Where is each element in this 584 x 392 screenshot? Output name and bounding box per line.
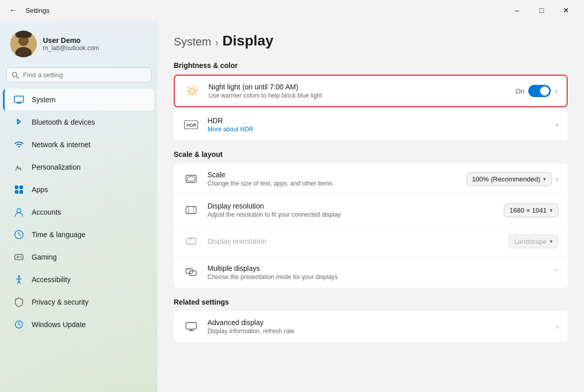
svg-point-19	[20, 256, 21, 257]
hdr-card: HDR HDR More about HDR ›	[174, 109, 568, 140]
orientation-value: Landscape	[514, 238, 547, 245]
brightness-section-title: Brightness & color	[174, 61, 568, 70]
svg-line-32	[188, 87, 189, 88]
resolution-right: 1680 × 1041 ▾	[504, 203, 558, 217]
hdr-right: ›	[556, 121, 558, 129]
bluetooth-icon	[13, 117, 25, 128]
scale-text: Scale Change the size of text, apps, and…	[207, 171, 458, 187]
hdr-text: HDR More about HDR	[207, 117, 548, 133]
multiple-displays-title: Multiple displays	[207, 264, 547, 272]
title-bar: ← Settings – □ ✕	[0, 0, 584, 20]
sidebar-label-time: Time & language	[32, 230, 85, 239]
night-light-title: Night light (on until 7:00 AM)	[208, 83, 507, 91]
maximize-button[interactable]: □	[530, 2, 553, 18]
night-light-text: Night light (on until 7:00 AM) Use warme…	[208, 83, 507, 99]
sidebar-label-privacy: Privacy & security	[32, 298, 88, 306]
close-button[interactable]: ✕	[554, 2, 578, 18]
orientation-right: Landscape ▾	[508, 235, 558, 248]
update-icon	[13, 319, 25, 330]
night-light-row[interactable]: Night light (on until 7:00 AM) Use warme…	[175, 76, 567, 106]
sidebar-item-update[interactable]: Windows Update	[3, 314, 154, 335]
resolution-subtitle: Adjust the resolution to fit your connec…	[207, 211, 496, 218]
orientation-row[interactable]: Display orientation Landscape ▾	[174, 226, 568, 257]
sidebar-item-accounts[interactable]: Accounts	[3, 201, 154, 223]
sidebar-label-accounts: Accounts	[32, 208, 61, 216]
sidebar-label-accessibility: Accessibility	[32, 275, 71, 284]
resolution-dropdown-caret: ▾	[550, 207, 553, 214]
sidebar-label-network: Network & internet	[32, 141, 90, 149]
system-icon	[13, 94, 25, 105]
resolution-row[interactable]: Display resolution Adjust the resolution…	[174, 195, 568, 226]
page-header: System › Display	[174, 33, 568, 49]
night-light-subtitle: Use warmer colors to help block blue lig…	[208, 92, 507, 99]
svg-point-27	[190, 88, 195, 94]
resolution-dropdown[interactable]: 1680 × 1041 ▾	[504, 203, 558, 217]
minimize-button[interactable]: –	[505, 2, 529, 18]
multiple-displays-subtitle: Choose the presentation mode for your di…	[207, 273, 547, 281]
svg-rect-12	[15, 190, 18, 194]
svg-line-25	[19, 281, 20, 284]
sidebar-item-bluetooth[interactable]: Bluetooth & devices	[3, 111, 154, 133]
scale-chevron: ›	[556, 175, 558, 183]
sidebar-label-apps: Apps	[32, 186, 48, 194]
scale-subtitle: Change the size of text, apps, and other…	[207, 180, 458, 187]
svg-point-20	[21, 257, 22, 258]
page-title: Display	[222, 33, 273, 49]
window-controls: – □ ✕	[505, 2, 578, 18]
main-content: System › Display Brightness & color	[157, 20, 584, 392]
night-light-status: On	[516, 87, 524, 95]
multiple-displays-chevron: ˅	[555, 268, 558, 276]
resolution-icon	[183, 202, 199, 218]
sidebar-item-privacy[interactable]: Privacy & security	[3, 291, 154, 313]
hdr-chevron: ›	[556, 121, 558, 129]
advanced-display-row[interactable]: Advanced display Display information, re…	[174, 311, 568, 342]
user-section: User Demo m_lab@outlook.com	[0, 20, 157, 65]
advanced-display-right: ›	[556, 322, 558, 331]
search-icon	[12, 72, 19, 79]
night-light-chevron: ›	[555, 87, 557, 95]
multiple-displays-row[interactable]: Multiple displays Choose the presentatio…	[174, 257, 568, 288]
sidebar-item-time[interactable]: Time & language	[3, 224, 154, 245]
hdr-link[interactable]: More about HDR	[207, 126, 253, 133]
sidebar-item-system[interactable]: System	[3, 89, 154, 110]
svg-text:HDR: HDR	[186, 123, 197, 128]
scale-row[interactable]: Scale Change the size of text, apps, and…	[174, 164, 568, 195]
scale-dropdown-caret: ▾	[543, 176, 546, 182]
advanced-display-title: Advanced display	[207, 318, 548, 327]
svg-rect-46	[186, 322, 196, 329]
sidebar-item-accessibility[interactable]: Accessibility	[3, 269, 154, 290]
search-box[interactable]	[6, 67, 151, 82]
network-icon	[13, 139, 25, 150]
svg-point-21	[18, 275, 20, 278]
breadcrumb-chevron: ›	[215, 37, 218, 48]
svg-point-9	[18, 146, 20, 148]
sidebar-item-network[interactable]: Network & internet	[3, 134, 154, 155]
night-light-toggle[interactable]	[528, 85, 551, 97]
sidebar-item-apps[interactable]: Apps	[3, 179, 154, 200]
search-input[interactable]	[23, 71, 146, 79]
svg-line-34	[195, 87, 196, 88]
sidebar-item-gaming[interactable]: Gaming	[3, 246, 154, 268]
resolution-value: 1680 × 1041	[509, 206, 547, 214]
back-button[interactable]: ←	[6, 3, 20, 17]
hdr-title: HDR	[207, 117, 548, 125]
multiple-displays-right: ˅	[555, 268, 558, 276]
orientation-dropdown-caret: ▾	[550, 238, 553, 245]
sidebar-item-personalization[interactable]: Personalization	[3, 156, 154, 178]
scale-value: 100% (Recommended)	[472, 175, 541, 183]
breadcrumb-parent: System	[174, 35, 211, 49]
apps-icon	[13, 184, 25, 195]
scale-dropdown[interactable]: 100% (Recommended) ▾	[466, 172, 552, 186]
multiple-displays-text: Multiple displays Choose the presentatio…	[207, 264, 547, 281]
night-light-icon	[184, 83, 200, 99]
avatar	[10, 31, 37, 57]
scale-right: 100% (Recommended) ▾ ›	[466, 172, 558, 186]
sidebar-label-personalization: Personalization	[32, 163, 81, 171]
hdr-row[interactable]: HDR HDR More about HDR ›	[174, 109, 568, 140]
user-info: User Demo m_lab@outlook.com	[43, 36, 99, 52]
svg-line-5	[16, 76, 18, 78]
accessibility-icon	[13, 274, 25, 285]
gaming-icon	[13, 251, 25, 263]
svg-line-33	[195, 94, 196, 95]
orientation-dropdown[interactable]: Landscape ▾	[508, 235, 558, 248]
